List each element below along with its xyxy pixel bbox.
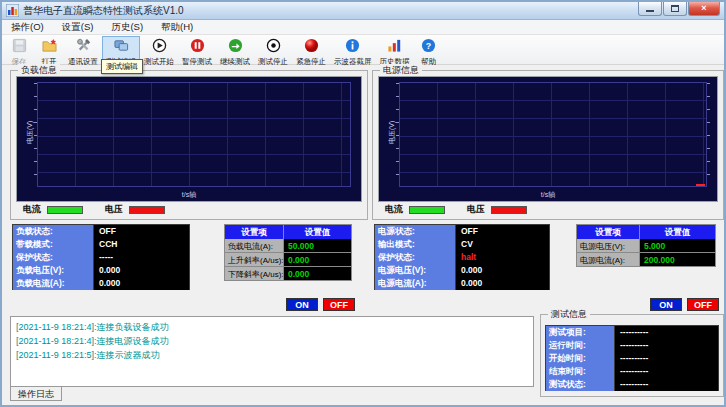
toolbar-history-data-button[interactable]: 历史数据 [376,36,414,64]
window-controls: × [637,2,720,16]
maximize-button[interactable] [663,2,687,16]
source-chart-xlabel: t/s轴 [541,190,555,200]
table-row: 保护状态:----- [13,251,189,263]
table-row: 结束时间:---------- [546,365,718,377]
load-on-button[interactable]: ON [286,298,318,311]
pause-test-icon [190,38,205,57]
test-edit-icon [114,38,129,57]
toolbar-open-button[interactable]: 打开 [34,36,64,64]
app-window: 普华电子直流瞬态特性测试系统V1.0 × 操作(O) 设置(S) 历史(S) 帮… [0,0,726,407]
table-row: 开始时间:---------- [546,352,718,364]
svg-text:?: ? [426,41,431,51]
source-off-button[interactable]: OFF [687,298,719,311]
menu-settings[interactable]: 设置(S) [53,20,103,34]
minimize-button[interactable] [638,2,662,16]
load-status-table: 负载状态:OFF 带载模式:CCH 保护状态:----- 负载电压(V):0.0… [12,224,190,290]
load-chart-xlabel: t/s轴 [182,190,196,200]
load-settings-table: 设置项设置值 负载电流(A):50.000 上升斜率(A/us):0.000 下… [224,224,352,281]
test-start-icon [152,38,167,57]
source-chart: 电压(V) t/s轴 [378,76,718,202]
source-chart-legend: 电流 电压 [385,203,549,216]
voltage-color-swatch [129,206,165,214]
emergency-stop-icon [304,38,319,57]
menu-operate[interactable]: 操作(O) [2,20,53,34]
source-on-button[interactable]: ON [650,298,682,311]
table-header: 设置项设置值 [225,225,351,238]
toolbar-help-button[interactable]: ? 帮助 [414,36,444,64]
toolbar-pause-test-button[interactable]: 暂停测试 [178,36,216,64]
operation-log[interactable]: [2021-11-9 18:21:4]:连接负载设备成功 [2021-11-9 … [10,316,534,387]
source-info-panel: 电源信息 电压(V) t/s轴 电流 电压 [372,70,724,220]
current-color-swatch [409,206,445,214]
window-title: 普华电子直流瞬态特性测试系统V1.0 [23,4,184,18]
toolbar-emergency-stop-button[interactable]: 紧急停止 [292,36,330,64]
help-icon: ? [421,38,436,57]
app-icon [6,4,19,17]
current-legend-label: 电流 [23,203,41,216]
load-chart-plot-area [37,82,351,187]
table-row: 负载电流(A):50.000 [225,239,351,252]
table-row: 测试状态:---------- [546,378,718,390]
source-chart-plot-area [399,82,707,187]
toolbar-save-button[interactable]: 保存 [4,36,34,64]
source-settings-table: 设置项设置值 电源电压(V):5.000 电源电流(A):200.000 [576,224,716,267]
table-row: 电源电流(A):0.000 [375,277,549,289]
table-row: 带载模式:CCH [13,238,189,250]
toolbar-comm-settings-button[interactable]: 通讯设置 [64,36,102,64]
table-row: 电源电压(V):5.000 [577,239,715,252]
table-row: 测试项目:---------- [546,326,718,338]
history-data-icon [387,38,402,57]
table-row: 保护状态:halt [375,251,549,263]
test-info-panel: 测试信息 测试项目:---------- 运行时间:---------- 开始时… [540,314,724,397]
source-status-table: 电源状态:OFF 输出模式:CV 保护状态:halt 电源电压(V):0.000… [374,224,550,290]
load-onoff-buttons: ON OFF [286,298,355,311]
table-row: 负载电流(A):0.000 [13,277,189,289]
protection-status-value: halt [456,251,549,264]
table-row: 上升斜率(A/us):0.000 [225,253,351,266]
log-line: [2021-11-9 18:21:5]:连接示波器成功 [16,348,528,362]
toolbar-test-start-button[interactable]: 测试开始 [140,36,178,64]
log-line: [2021-11-9 18:21:4]:连接电源设备成功 [16,334,528,348]
operation-log-tab[interactable]: 操作日志 [10,387,62,401]
test-info-title: 测试信息 [548,308,590,321]
current-color-swatch [47,206,83,214]
table-row: 运行时间:---------- [546,339,718,351]
load-chart: 电压(V) t/s轴 [16,76,362,202]
current-legend-label: 电流 [385,203,403,216]
source-onoff-buttons: ON OFF [650,298,719,311]
test-info-table: 测试项目:---------- 运行时间:---------- 开始时间:---… [545,325,719,391]
source-chart-cursor-mark [696,184,705,186]
table-row: 电源电压(V):0.000 [375,264,549,276]
load-off-button[interactable]: OFF [323,298,355,311]
close-button[interactable]: × [688,2,720,16]
toolbar-test-stop-button[interactable]: 测试停止 [254,36,292,64]
log-line: [2021-11-9 18:21:4]:连接负载设备成功 [16,320,528,334]
load-chart-legend: 电流 电压 [23,203,187,216]
test-stop-icon [266,38,281,57]
test-edit-tooltip: 测试编辑 [101,59,143,74]
table-row: 负载电压(V):0.000 [13,264,189,276]
table-row: 输出模式:CV [375,238,549,250]
open-folder-icon [42,38,57,57]
scope-screenshot-icon [345,38,360,57]
toolbar-resume-test-button[interactable]: 继续测试 [216,36,254,64]
table-row: 负载状态:OFF [13,225,189,237]
menu-history[interactable]: 历史(S) [102,20,152,34]
table-row: 电源电流(A):200.000 [577,253,715,266]
save-icon [12,38,27,57]
menu-bar: 操作(O) 设置(S) 历史(S) 帮助(H) [2,20,724,35]
title-bar: 普华电子直流瞬态特性测试系统V1.0 × [2,2,724,20]
load-info-panel: 负载信息 电压(V) t/s轴 电流 电压 [10,70,368,220]
table-row: 电源状态:OFF [375,225,549,237]
toolbar-scope-screenshot-button[interactable]: 示波器截屏 [330,36,376,64]
voltage-legend-label: 电压 [105,203,123,216]
resume-test-icon [228,38,243,57]
table-row: 下降斜率(A/us):0.000 [225,267,351,280]
menu-help[interactable]: 帮助(H) [152,20,202,34]
comm-settings-icon [76,38,91,57]
table-header: 设置项设置值 [577,225,715,238]
voltage-color-swatch [491,206,527,214]
voltage-legend-label: 电压 [467,203,485,216]
